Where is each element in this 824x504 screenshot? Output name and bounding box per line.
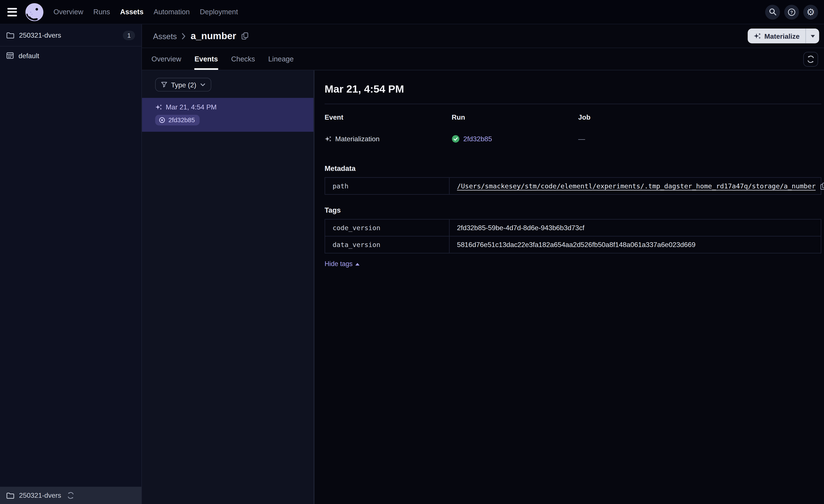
metadata-table: path /Users/smackesey/stm/code/elementl/… bbox=[324, 177, 821, 195]
caret-down-icon bbox=[810, 35, 815, 37]
run-success-icon bbox=[451, 135, 459, 143]
search-button[interactable] bbox=[765, 5, 780, 19]
tab-checks[interactable]: Checks bbox=[231, 48, 255, 70]
top-nav: Overview Runs Assets Automation Deployme… bbox=[0, 0, 824, 24]
tab-lineage[interactable]: Lineage bbox=[268, 48, 294, 70]
event-run-pill[interactable]: 2fd32b85 bbox=[155, 115, 200, 125]
svg-text:?: ? bbox=[790, 9, 793, 14]
nav-deployment[interactable]: Deployment bbox=[199, 6, 239, 18]
settings-button[interactable]: ⚙ bbox=[803, 5, 818, 19]
chevron-down-icon bbox=[200, 83, 205, 87]
tag-value: 5816d76e51c13dac22e3fa182a654aa2d526fb50… bbox=[449, 236, 821, 253]
copy-icon bbox=[820, 182, 824, 190]
event-detail-panel: Mar 21, 4:54 PM Event Run Job bbox=[315, 70, 824, 504]
dagster-app: Overview Runs Assets Automation Deployme… bbox=[0, 0, 824, 504]
tag-value: 2fd32b85-59be-4d7d-8d6e-943b6b3d73cf bbox=[449, 220, 821, 236]
event-type-filter-button[interactable]: Type (2) bbox=[155, 78, 211, 92]
sidebar-footer[interactable]: 250321-dvers bbox=[0, 487, 141, 504]
refresh-events-button[interactable] bbox=[803, 52, 818, 67]
tags-table: code_version 2fd32b85-59be-4d7d-8d6e-943… bbox=[324, 219, 821, 254]
folder-icon bbox=[6, 32, 14, 39]
event-list-item-selected[interactable]: Mar 21, 4:54 PM 2fd32b85 bbox=[142, 98, 313, 132]
materialize-dropdown-button[interactable] bbox=[806, 28, 819, 43]
copy-path-button[interactable] bbox=[820, 182, 824, 190]
asset-group-icon bbox=[6, 52, 14, 59]
hide-tags-button[interactable]: Hide tags bbox=[324, 260, 359, 268]
gear-icon: ⚙ bbox=[807, 7, 815, 17]
filter-icon bbox=[161, 82, 167, 88]
tag-key: data_version bbox=[325, 236, 449, 253]
sidebar-item-code-location[interactable]: 250321-dvers 1 bbox=[0, 24, 141, 47]
run-value: 2fd32b85 bbox=[451, 135, 578, 143]
sparkle-icon bbox=[753, 32, 760, 39]
nav-overview[interactable]: Overview bbox=[53, 6, 84, 18]
asset-count-badge: 1 bbox=[123, 30, 135, 40]
hamburger-menu-icon[interactable] bbox=[7, 6, 20, 18]
hide-tags-label: Hide tags bbox=[324, 260, 352, 268]
event-run-id: 2fd32b85 bbox=[169, 116, 195, 124]
filter-label: Type (2) bbox=[171, 81, 196, 89]
materialization-sparkle-icon bbox=[155, 104, 162, 111]
table-row: data_version 5816d76e51c13dac22e3fa182a6… bbox=[325, 236, 821, 253]
caret-up-icon bbox=[355, 263, 359, 265]
help-button[interactable]: ? bbox=[784, 5, 799, 19]
tab-overview[interactable]: Overview bbox=[151, 48, 181, 70]
breadcrumb-chevron-icon bbox=[182, 32, 186, 39]
metadata-key: path bbox=[325, 178, 449, 194]
top-nav-links: Overview Runs Assets Automation Deployme… bbox=[53, 6, 239, 18]
tab-events[interactable]: Events bbox=[194, 48, 218, 70]
path-link[interactable]: /Users/smackesey/stm/code/elementl/exper… bbox=[457, 182, 816, 190]
tag-key: code_version bbox=[325, 220, 449, 236]
top-nav-actions: ? ⚙ bbox=[765, 5, 818, 19]
asset-tabs: Overview Events Checks Lineage bbox=[142, 48, 824, 71]
tags-heading: Tags bbox=[324, 206, 821, 214]
sync-icon bbox=[807, 55, 814, 63]
dagster-logo[interactable] bbox=[25, 2, 44, 21]
copy-asset-name-button[interactable] bbox=[241, 32, 248, 39]
asset-header: Assets a_number bbox=[142, 24, 824, 48]
nav-assets[interactable]: Assets bbox=[119, 6, 144, 18]
event-timestamp: Mar 21, 4:54 PM bbox=[166, 103, 217, 111]
sidebar-item-group-default[interactable]: default bbox=[0, 46, 141, 65]
code-location-label: 250321-dvers bbox=[19, 31, 61, 39]
job-value: — bbox=[578, 135, 821, 143]
events-list-panel: Type (2) bbox=[142, 70, 314, 504]
help-icon: ? bbox=[788, 8, 796, 16]
events-filter-row: Type (2) bbox=[142, 70, 313, 98]
footer-location-label: 250321-dvers bbox=[19, 491, 61, 499]
search-icon bbox=[768, 8, 777, 16]
breadcrumb-assets[interactable]: Assets bbox=[153, 31, 177, 41]
materialize-label: Materialize bbox=[764, 32, 800, 40]
metadata-value: /Users/smackesey/stm/code/elementl/exper… bbox=[449, 178, 824, 194]
event-run-job-values: Materialization 2fd32b85 — bbox=[324, 130, 821, 143]
copy-icon bbox=[241, 32, 248, 39]
event-run-job-headers: Event Run Job bbox=[324, 113, 821, 121]
folder-icon bbox=[6, 492, 14, 499]
reload-location-icon[interactable] bbox=[67, 492, 74, 499]
materialization-sparkle-icon bbox=[324, 135, 331, 142]
event-column-label: Event bbox=[324, 113, 451, 121]
event-detail-title: Mar 21, 4:54 PM bbox=[324, 83, 821, 95]
run-id-link[interactable]: 2fd32b85 bbox=[463, 135, 492, 143]
run-column-label: Run bbox=[451, 113, 578, 121]
job-empty-dash: — bbox=[578, 135, 585, 143]
table-row: path /Users/smackesey/stm/code/elementl/… bbox=[325, 178, 821, 194]
page-title-asset-name: a_number bbox=[191, 30, 236, 41]
materialize-split-button: Materialize bbox=[747, 28, 819, 43]
run-status-icon bbox=[159, 117, 165, 123]
event-type-label: Materialization bbox=[335, 135, 380, 143]
materialize-button[interactable]: Materialize bbox=[747, 28, 805, 43]
nav-runs[interactable]: Runs bbox=[92, 6, 111, 18]
nav-automation[interactable]: Automation bbox=[152, 6, 191, 18]
detail-divider bbox=[324, 104, 821, 104]
event-type-value: Materialization bbox=[324, 135, 451, 143]
table-row: code_version 2fd32b85-59be-4d7d-8d6e-943… bbox=[325, 220, 821, 236]
job-column-label: Job bbox=[578, 113, 821, 121]
group-label: default bbox=[19, 51, 39, 59]
metadata-heading: Metadata bbox=[324, 165, 821, 172]
asset-catalog-sidebar: 250321-dvers 1 default 2 bbox=[0, 24, 142, 504]
